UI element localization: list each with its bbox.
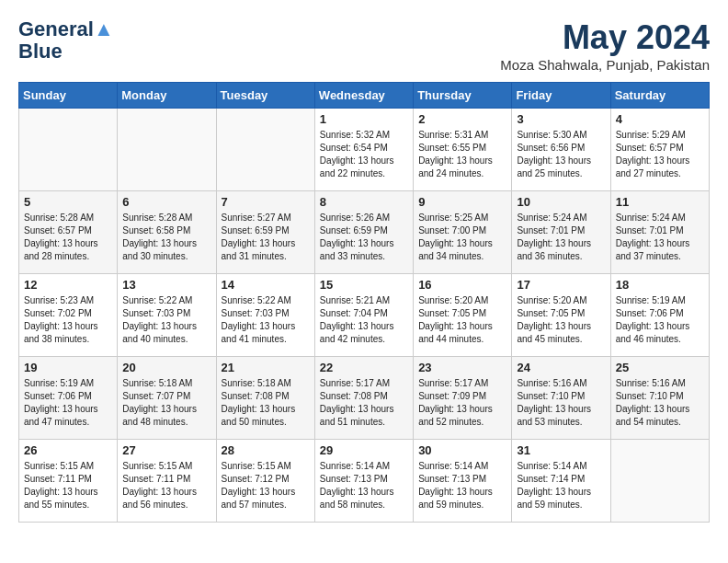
day-number: 29 xyxy=(320,443,408,457)
calendar-cell: 30Sunrise: 5:14 AM Sunset: 7:13 PM Dayli… xyxy=(414,440,512,523)
calendar-cell: 7Sunrise: 5:27 AM Sunset: 6:59 PM Daylig… xyxy=(216,191,314,274)
day-info: Sunrise: 5:22 AM Sunset: 7:03 PM Dayligh… xyxy=(122,294,210,346)
calendar-week-1: 1Sunrise: 5:32 AM Sunset: 6:54 PM Daylig… xyxy=(19,109,710,191)
calendar-cell: 6Sunrise: 5:28 AM Sunset: 6:58 PM Daylig… xyxy=(118,191,216,274)
day-info: Sunrise: 5:14 AM Sunset: 7:13 PM Dayligh… xyxy=(320,460,408,511)
calendar-body: 1Sunrise: 5:32 AM Sunset: 6:54 PM Daylig… xyxy=(19,109,710,523)
day-info: Sunrise: 5:15 AM Sunset: 7:11 PM Dayligh… xyxy=(122,460,210,511)
calendar-cell: 29Sunrise: 5:14 AM Sunset: 7:13 PM Dayli… xyxy=(314,440,413,523)
day-number: 26 xyxy=(24,443,112,457)
day-number: 24 xyxy=(517,361,605,374)
calendar-cell: 2Sunrise: 5:31 AM Sunset: 6:55 PM Daylig… xyxy=(414,109,512,191)
calendar-week-3: 12Sunrise: 5:23 AM Sunset: 7:02 PM Dayli… xyxy=(19,274,710,357)
calendar-cell: 18Sunrise: 5:19 AM Sunset: 7:06 PM Dayli… xyxy=(610,274,709,357)
title-area: May 2024 Moza Shahwala, Punjab, Pakistan xyxy=(500,18,710,73)
calendar-cell: 3Sunrise: 5:30 AM Sunset: 6:56 PM Daylig… xyxy=(512,109,610,191)
calendar-header-row: SundayMondayTuesdayWednesdayThursdayFrid… xyxy=(19,83,710,109)
header-cell-sunday: Sunday xyxy=(19,83,118,109)
day-number: 3 xyxy=(517,112,605,126)
calendar-cell xyxy=(118,109,216,191)
day-number: 16 xyxy=(418,278,506,292)
header-cell-thursday: Thursday xyxy=(414,83,512,109)
day-number: 1 xyxy=(320,112,408,126)
day-number: 18 xyxy=(616,278,704,292)
day-info: Sunrise: 5:16 AM Sunset: 7:10 PM Dayligh… xyxy=(616,377,704,429)
calendar-cell: 26Sunrise: 5:15 AM Sunset: 7:11 PM Dayli… xyxy=(19,440,118,523)
calendar-cell: 13Sunrise: 5:22 AM Sunset: 7:03 PM Dayli… xyxy=(118,274,216,357)
calendar-cell: 15Sunrise: 5:21 AM Sunset: 7:04 PM Dayli… xyxy=(314,274,413,357)
day-number: 11 xyxy=(616,195,704,209)
day-info: Sunrise: 5:20 AM Sunset: 7:05 PM Dayligh… xyxy=(517,294,605,346)
day-info: Sunrise: 5:29 AM Sunset: 6:57 PM Dayligh… xyxy=(616,129,704,180)
day-info: Sunrise: 5:25 AM Sunset: 7:00 PM Dayligh… xyxy=(418,212,506,263)
day-info: Sunrise: 5:24 AM Sunset: 7:01 PM Dayligh… xyxy=(616,212,704,263)
logo: General▲Blue xyxy=(18,18,114,63)
day-number: 10 xyxy=(517,195,605,209)
header-cell-tuesday: Tuesday xyxy=(216,83,314,109)
calendar-cell: 5Sunrise: 5:28 AM Sunset: 6:57 PM Daylig… xyxy=(19,191,118,274)
calendar-cell xyxy=(19,109,118,191)
month-title: May 2024 xyxy=(500,18,710,57)
header-cell-friday: Friday xyxy=(512,83,610,109)
day-info: Sunrise: 5:17 AM Sunset: 7:09 PM Dayligh… xyxy=(418,377,506,429)
day-number: 31 xyxy=(517,443,605,457)
day-number: 14 xyxy=(222,278,310,292)
day-number: 22 xyxy=(320,361,408,374)
day-info: Sunrise: 5:19 AM Sunset: 7:06 PM Dayligh… xyxy=(24,377,112,429)
day-number: 13 xyxy=(122,278,210,292)
calendar-cell xyxy=(610,440,709,523)
day-info: Sunrise: 5:16 AM Sunset: 7:10 PM Dayligh… xyxy=(517,377,605,429)
calendar-cell: 14Sunrise: 5:22 AM Sunset: 7:03 PM Dayli… xyxy=(216,274,314,357)
location: Moza Shahwala, Punjab, Pakistan xyxy=(500,57,710,73)
calendar-cell: 22Sunrise: 5:17 AM Sunset: 7:08 PM Dayli… xyxy=(314,357,413,440)
header-cell-saturday: Saturday xyxy=(610,83,709,109)
calendar-cell: 12Sunrise: 5:23 AM Sunset: 7:02 PM Dayli… xyxy=(19,274,118,357)
day-info: Sunrise: 5:24 AM Sunset: 7:01 PM Dayligh… xyxy=(517,212,605,263)
calendar-cell: 20Sunrise: 5:18 AM Sunset: 7:07 PM Dayli… xyxy=(118,357,216,440)
day-number: 8 xyxy=(320,195,408,209)
day-number: 2 xyxy=(418,112,506,126)
day-info: Sunrise: 5:27 AM Sunset: 6:59 PM Dayligh… xyxy=(222,212,310,263)
calendar-cell: 16Sunrise: 5:20 AM Sunset: 7:05 PM Dayli… xyxy=(414,274,512,357)
day-number: 4 xyxy=(616,112,704,126)
day-number: 12 xyxy=(24,278,112,292)
day-info: Sunrise: 5:30 AM Sunset: 6:56 PM Dayligh… xyxy=(517,129,605,180)
day-number: 9 xyxy=(418,195,506,209)
calendar-cell: 11Sunrise: 5:24 AM Sunset: 7:01 PM Dayli… xyxy=(610,191,709,274)
day-info: Sunrise: 5:32 AM Sunset: 6:54 PM Dayligh… xyxy=(320,129,408,180)
calendar-week-4: 19Sunrise: 5:19 AM Sunset: 7:06 PM Dayli… xyxy=(19,357,710,440)
day-info: Sunrise: 5:31 AM Sunset: 6:55 PM Dayligh… xyxy=(418,129,506,180)
day-info: Sunrise: 5:18 AM Sunset: 7:08 PM Dayligh… xyxy=(222,377,310,429)
header-cell-wednesday: Wednesday xyxy=(314,83,413,109)
calendar-cell: 4Sunrise: 5:29 AM Sunset: 6:57 PM Daylig… xyxy=(610,109,709,191)
day-number: 28 xyxy=(222,443,310,457)
day-number: 23 xyxy=(418,361,506,374)
day-number: 30 xyxy=(418,443,506,457)
calendar-cell: 17Sunrise: 5:20 AM Sunset: 7:05 PM Dayli… xyxy=(512,274,610,357)
day-number: 7 xyxy=(222,195,310,209)
day-info: Sunrise: 5:22 AM Sunset: 7:03 PM Dayligh… xyxy=(222,294,310,346)
day-info: Sunrise: 5:28 AM Sunset: 6:57 PM Dayligh… xyxy=(24,212,112,263)
calendar-cell: 10Sunrise: 5:24 AM Sunset: 7:01 PM Dayli… xyxy=(512,191,610,274)
calendar-week-5: 26Sunrise: 5:15 AM Sunset: 7:11 PM Dayli… xyxy=(19,440,710,523)
day-info: Sunrise: 5:18 AM Sunset: 7:07 PM Dayligh… xyxy=(122,377,210,429)
day-info: Sunrise: 5:14 AM Sunset: 7:13 PM Dayligh… xyxy=(418,460,506,511)
calendar-cell: 9Sunrise: 5:25 AM Sunset: 7:00 PM Daylig… xyxy=(414,191,512,274)
day-info: Sunrise: 5:21 AM Sunset: 7:04 PM Dayligh… xyxy=(320,294,408,346)
calendar-cell: 23Sunrise: 5:17 AM Sunset: 7:09 PM Dayli… xyxy=(414,357,512,440)
logo-text: General▲Blue xyxy=(18,18,114,63)
calendar-cell: 21Sunrise: 5:18 AM Sunset: 7:08 PM Dayli… xyxy=(216,357,314,440)
day-info: Sunrise: 5:28 AM Sunset: 6:58 PM Dayligh… xyxy=(122,212,210,263)
header-cell-monday: Monday xyxy=(118,83,216,109)
day-number: 27 xyxy=(122,443,210,457)
day-info: Sunrise: 5:23 AM Sunset: 7:02 PM Dayligh… xyxy=(24,294,112,346)
day-number: 21 xyxy=(222,361,310,374)
day-number: 15 xyxy=(320,278,408,292)
calendar-cell: 27Sunrise: 5:15 AM Sunset: 7:11 PM Dayli… xyxy=(118,440,216,523)
day-info: Sunrise: 5:15 AM Sunset: 7:12 PM Dayligh… xyxy=(222,460,310,511)
day-number: 6 xyxy=(122,195,210,209)
day-info: Sunrise: 5:17 AM Sunset: 7:08 PM Dayligh… xyxy=(320,377,408,429)
calendar-cell: 24Sunrise: 5:16 AM Sunset: 7:10 PM Dayli… xyxy=(512,357,610,440)
calendar-cell: 28Sunrise: 5:15 AM Sunset: 7:12 PM Dayli… xyxy=(216,440,314,523)
calendar-cell xyxy=(216,109,314,191)
